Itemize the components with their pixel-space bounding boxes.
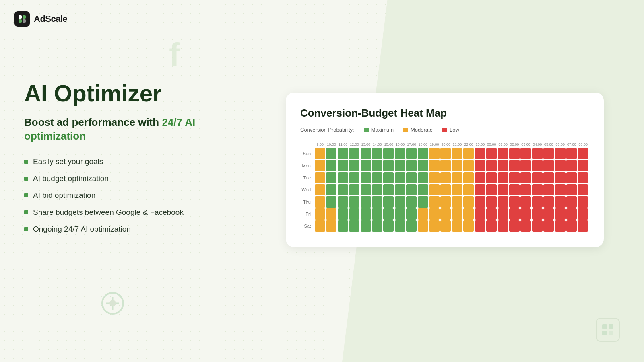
cell-tue-14: [475, 172, 485, 183]
heatmap-row-sat: Sat: [301, 220, 588, 232]
cell-color-sat-23: [578, 220, 588, 232]
hour-2: 11:00: [338, 142, 348, 147]
cell-wed-19: [532, 184, 543, 195]
cell-color-mon-19: [532, 160, 543, 171]
feature-text-4: Share budgets between Google & Facebook: [33, 208, 184, 217]
cell-sun-7: [395, 148, 405, 159]
cell-color-sun-17: [509, 148, 520, 159]
cell-fri-20: [543, 208, 554, 220]
cell-sun-3: [349, 148, 359, 159]
cell-tue-10: [429, 172, 440, 183]
cell-thu-23: [578, 196, 588, 208]
cell-fri-4: [361, 208, 371, 220]
cell-color-fri-12: [452, 208, 462, 220]
cell-color-mon-12: [452, 160, 462, 171]
subtitle-plain: Boost ad performance with: [24, 116, 162, 128]
cell-color-fri-2: [338, 208, 348, 220]
cell-color-thu-12: [452, 196, 462, 208]
cell-color-mon-15: [486, 160, 497, 171]
svg-rect-2: [19, 19, 22, 23]
legend-maximum: Maximum: [364, 127, 394, 133]
cell-color-fri-4: [361, 208, 371, 220]
feature-item-1: Easily set your goals: [24, 157, 225, 166]
cell-sat-5: [372, 220, 382, 232]
cell-color-mon-3: [349, 160, 359, 171]
cell-color-sat-3: [349, 220, 359, 232]
cell-sat-19: [532, 220, 543, 232]
cell-color-fri-20: [543, 208, 554, 220]
cell-mon-8: [406, 160, 417, 171]
cell-fri-5: [372, 208, 382, 220]
adscale-watermark-bottom: [596, 318, 620, 342]
cell-color-wed-12: [452, 184, 462, 195]
cell-color-thu-9: [418, 196, 428, 208]
day-label-wed: Wed: [301, 184, 314, 195]
cell-fri-1: [326, 208, 336, 220]
cell-tue-15: [486, 172, 497, 183]
hour-3: 12:00: [349, 142, 359, 147]
cell-sun-4: [361, 148, 371, 159]
cell-sun-21: [555, 148, 566, 159]
cell-wed-9: [418, 184, 428, 195]
heatmap-row-fri: Fri: [301, 208, 588, 220]
left-content: AI Optimizer Boost ad performance with 2…: [24, 80, 225, 234]
hour-9: 18:00: [418, 142, 428, 147]
legend-text-low: Low: [450, 127, 459, 133]
cell-sat-10: [429, 220, 440, 232]
main-title: AI Optimizer: [24, 80, 225, 106]
heatmap-grid-container: 9:00 10:00 11:00 12:00 13:00 14:00 15:00…: [300, 141, 589, 232]
cell-color-thu-10: [429, 196, 440, 208]
cell-color-tue-5: [372, 172, 382, 183]
cell-thu-16: [498, 196, 508, 208]
cell-color-sat-8: [406, 220, 417, 232]
cell-wed-2: [338, 184, 348, 195]
logo-icon: [14, 11, 30, 27]
cell-color-tue-19: [532, 172, 543, 183]
google-watermark: [101, 290, 125, 322]
cell-color-tue-15: [486, 172, 497, 183]
cell-color-wed-5: [372, 184, 382, 195]
cell-tue-23: [578, 172, 588, 183]
cell-mon-9: [418, 160, 428, 171]
cell-color-thu-16: [498, 196, 508, 208]
cell-color-tue-7: [395, 172, 405, 183]
svg-rect-0: [19, 15, 22, 19]
cell-tue-21: [555, 172, 566, 183]
cell-tue-12: [452, 172, 462, 183]
cell-fri-19: [532, 208, 543, 220]
cell-color-mon-7: [395, 160, 405, 171]
feature-item-2: AI budget optimization: [24, 174, 225, 183]
cell-color-fri-17: [509, 208, 520, 220]
cell-sat-6: [383, 220, 394, 232]
cell-mon-1: [326, 160, 336, 171]
cell-color-fri-10: [429, 208, 440, 220]
cell-sun-16: [498, 148, 508, 159]
cell-sat-22: [566, 220, 577, 232]
cell-sun-15: [486, 148, 497, 159]
cell-mon-14: [475, 160, 485, 171]
cell-color-tue-4: [361, 172, 371, 183]
cell-color-wed-9: [418, 184, 428, 195]
legend-text-moderate: Moderate: [411, 127, 433, 133]
cell-color-tue-1: [326, 172, 336, 183]
bullet-1: [24, 160, 28, 164]
cell-fri-3: [349, 208, 359, 220]
cell-color-mon-0: [315, 160, 325, 171]
cell-fri-15: [486, 208, 497, 220]
cell-sat-15: [486, 220, 497, 232]
cell-color-sun-14: [475, 148, 485, 159]
cell-mon-4: [361, 160, 371, 171]
cell-color-fri-8: [406, 208, 417, 220]
cell-color-thu-18: [520, 196, 531, 208]
cell-tue-4: [361, 172, 371, 183]
cell-color-sun-18: [520, 148, 531, 159]
cell-fri-2: [338, 208, 348, 220]
cell-color-sat-18: [520, 220, 531, 232]
cell-thu-4: [361, 196, 371, 208]
cell-color-sat-5: [372, 220, 382, 232]
cell-wed-15: [486, 184, 497, 195]
cell-mon-6: [383, 160, 394, 171]
cell-thu-11: [440, 196, 451, 208]
cell-color-sun-16: [498, 148, 508, 159]
cell-sun-10: [429, 148, 440, 159]
